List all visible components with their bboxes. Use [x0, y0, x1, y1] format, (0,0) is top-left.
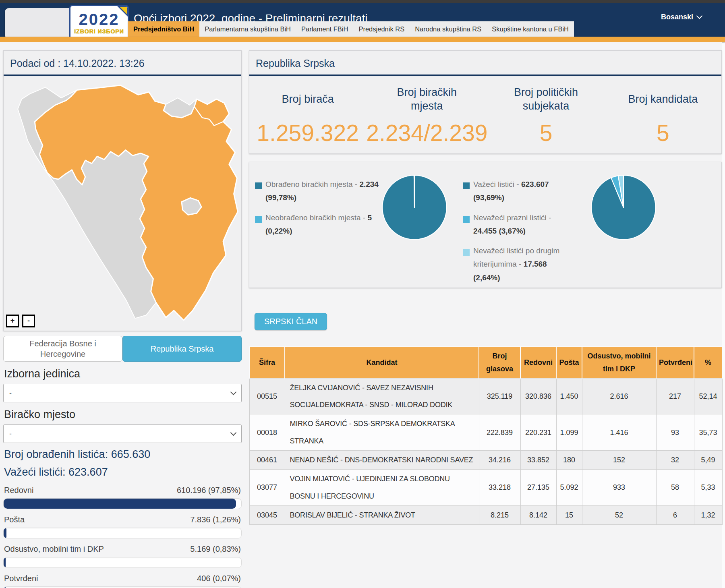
value-cell: 00461: [249, 450, 285, 469]
value-cell: 320.836: [520, 378, 556, 414]
legend-item: Važeći listići - 623.607 (93,69%): [463, 178, 567, 205]
ballot-bar-group: Pošta7.836 (1,26%): [3, 515, 242, 538]
value-cell: 00018: [249, 414, 285, 451]
stat-value: 5: [605, 120, 721, 146]
legend-swatch-icon: [255, 182, 262, 189]
biracko-mjesto-label: Biračko mjesto: [4, 408, 242, 421]
legend-swatch-icon: [463, 182, 470, 189]
stat-label: Broj političkih subjekata: [487, 80, 604, 119]
column-header-7: %: [694, 347, 722, 378]
ballot-bar-track: [3, 557, 242, 568]
ballot-bar-track: [3, 528, 242, 538]
value-cell: 15: [556, 505, 582, 524]
column-header-5: Odsustvo, mobilni tim i DKP: [582, 347, 656, 378]
value-cell: 325.119: [479, 378, 520, 414]
legend-item: Neobrađeno biračkih mjesta - 5 (0,22%): [255, 211, 390, 238]
results-panel: Republika Srpska Broj birača1.259.322Bro…: [249, 50, 722, 525]
entity-tab-0[interactable]: Federacija Bosne i Hercegovine: [3, 336, 122, 362]
nav-tab-1[interactable]: Parlamentarna skupština BiH: [199, 21, 296, 37]
value-cell: 33.852: [520, 450, 556, 469]
chevron-down-icon: [230, 430, 237, 436]
value-cell: 180: [556, 450, 582, 469]
value-cell: 1.099: [556, 414, 582, 451]
legend-swatch-icon: [463, 249, 470, 256]
language-label: Bosanski: [661, 13, 693, 21]
candidate-cell: MIRKO ŠAROVIĆ - SDS-SRPSKA DEMOKRATSKA S…: [285, 414, 479, 451]
ballot-bar-label: Pošta: [4, 515, 25, 524]
value-cell: 152: [582, 450, 656, 469]
polling-stations-legend: Obrađeno biračkih mjesta - 2.234 (99,78%…: [255, 178, 390, 244]
ballots-legend: Važeći listići - 623.607 (93,69%)Nevažeć…: [463, 178, 567, 291]
ballot-bar-label: Potvrđeni: [4, 574, 38, 583]
top-black-strip: [0, 0, 725, 3]
ballot-bar-head: Redovni610.196 (97,85%): [3, 486, 242, 495]
legend-label: Neobrađeno biračkih mjesta -: [265, 213, 367, 222]
nav-tabs: Predsjedništvo BiHParlamentarna skupštin…: [128, 21, 574, 37]
nav-tab-3[interactable]: Predsjednik RS: [353, 21, 410, 37]
ballot-bar-group: Odsustvo, mobilni tim i DKP5.169 (0,83%): [3, 545, 242, 568]
nav-tab-0[interactable]: Predsjedništvo BiH: [128, 21, 199, 37]
value-cell: 8.215: [479, 505, 520, 524]
logo-year: 2022: [79, 11, 120, 27]
language-selector[interactable]: Bosanski: [661, 13, 702, 21]
ballot-bar-head: Odsustvo, mobilni tim i DKP5.169 (0,83%): [3, 545, 242, 554]
entity-tab-1[interactable]: Republika Srpska: [122, 336, 242, 362]
legend-text: Nevažeći prazni listići - 24.455 (3,67%): [473, 211, 567, 238]
table-row: 03045BORISLAV BIJELIĆ - STRANKA ŽIVOT8.2…: [249, 505, 722, 524]
ballot-bar-track: [3, 586, 242, 588]
stat-label-text: Broj biračkih mjesta: [379, 86, 474, 113]
table-row: 03077VOJIN MIJATOVIĆ - UJEDINJENI ZA SLO…: [249, 470, 722, 506]
legend-text: Važeći listići - 623.607 (93,69%): [473, 178, 567, 205]
ballot-bar-track: [3, 498, 242, 509]
candidate-cell: ŽELJKA CVIJANOVIĆ - SAVEZ NEZAVISNIH SOC…: [285, 378, 479, 414]
column-header-0: Šifra: [249, 347, 285, 378]
ballot-bar-label: Redovni: [4, 486, 33, 495]
nav-tab-4[interactable]: Narodna skupština RS: [410, 21, 487, 37]
column-header-4: Pošta: [556, 347, 582, 378]
valid-ballots-label: Važeći listići:: [4, 466, 66, 478]
stat-1: Broj biračkih mjesta2.234/2.239: [366, 80, 487, 146]
legend-item: Nevažeći listići po drugim kriterijumima…: [463, 244, 567, 284]
value-cell: 03077: [249, 470, 285, 506]
biracko-mjesto-select[interactable]: -: [3, 424, 242, 443]
legend-text: Neobrađeno biračkih mjesta - 5 (0,22%): [265, 211, 390, 238]
value-cell: 222.839: [479, 414, 520, 451]
ballot-bar-value: 5.169 (0,83%): [190, 545, 241, 554]
valid-ballots-value: 623.607: [68, 466, 108, 478]
value-cell: 03045: [249, 505, 285, 524]
polling-stations-pie-chart: [381, 174, 448, 241]
title-rule: [4, 75, 241, 76]
results-table-header: ŠifraKandidatBroj glasovaRedovniPoštaOds…: [249, 347, 722, 378]
nav-tab-2[interactable]: Parlament FBiH: [296, 21, 353, 37]
legend-value: 24.455 (3,67%): [473, 227, 526, 235]
biracko-mjesto-value: -: [9, 430, 12, 438]
legend-label: Važeći listići -: [473, 180, 521, 188]
entity-tab-label: Federacija Bosne i Hercegovine: [8, 338, 118, 359]
region-stats-card: Republika Srpska Broj birača1.259.322Bro…: [249, 50, 722, 154]
value-cell: 33.218: [479, 470, 520, 506]
map-zoom-out-button[interactable]: -: [22, 315, 35, 327]
stat-label: Broj birača: [249, 80, 366, 119]
table-row: 00018MIRKO ŠAROVIĆ - SDS-SRPSKA DEMOKRAT…: [249, 414, 722, 451]
nav-tab-5[interactable]: Skupštine kantona u FBiH: [487, 21, 574, 37]
value-cell: 217: [656, 378, 694, 414]
legend-text: Nevažeći listići po drugim kriterijumima…: [473, 244, 567, 284]
map-zoom-in-button[interactable]: +: [6, 315, 19, 327]
legend-swatch-icon: [255, 216, 262, 223]
column-header-1: Kandidat: [285, 347, 479, 378]
candidate-cell: NENAD NEŠIĆ - DNS-DEMOKRATSKI NARODNI SA…: [285, 450, 479, 469]
izborna-jedinica-value: -: [9, 389, 12, 398]
value-cell: 2.616: [582, 378, 656, 414]
legend-text: Obrađeno biračkih mjesta - 2.234 (99,78%…: [265, 178, 390, 205]
izborna-jedinica-select[interactable]: -: [3, 384, 242, 402]
value-cell: 1.416: [582, 414, 656, 451]
legend-label: Obrađeno biračkih mjesta -: [265, 180, 359, 188]
chevron-down-icon: [696, 13, 703, 19]
stat-label-text: Broj kandidata: [628, 93, 698, 106]
election-2022-logo: 2022 IZBORI ИЗБОРИ: [69, 5, 129, 41]
left-panel: Podaci od : 14.10.2022. 13:26 + - Federa…: [3, 50, 242, 588]
chevron-down-icon: [230, 389, 237, 395]
accent-strip: [0, 37, 725, 42]
value-cell: 6: [656, 505, 694, 524]
srpski-clan-button[interactable]: SRPSKI ČLAN: [255, 313, 327, 330]
